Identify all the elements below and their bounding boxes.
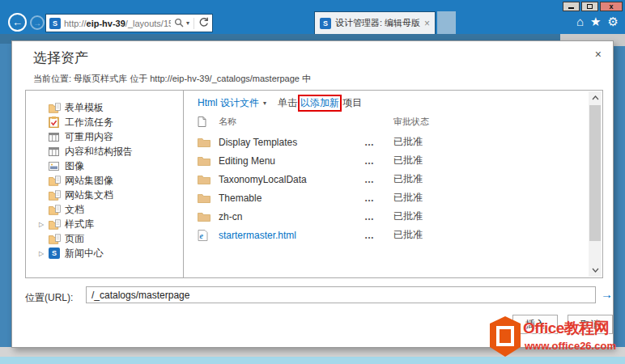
refresh-icon[interactable] bbox=[198, 16, 209, 31]
tree-item-form-templates[interactable]: 表单模板 bbox=[26, 100, 183, 115]
tree-item-content-structure-reports[interactable]: 内容和结构报告 bbox=[26, 144, 183, 159]
close-icon: x bbox=[609, 3, 613, 11]
ellipsis-menu-button[interactable]: … bbox=[364, 174, 393, 185]
minimize-button[interactable] bbox=[563, 2, 580, 11]
scroll-up-button[interactable] bbox=[589, 91, 602, 104]
minimize-icon bbox=[568, 7, 574, 9]
ellipsis-menu-button[interactable]: … bbox=[364, 137, 393, 148]
maximize-button[interactable] bbox=[581, 2, 598, 11]
file-name[interactable]: zh-cn bbox=[219, 211, 364, 222]
sharepoint-icon: S bbox=[49, 18, 61, 29]
add-new-item-link[interactable]: 以添加新 bbox=[298, 95, 342, 112]
table-row[interactable]: Editing Menu … 已批准 bbox=[198, 151, 585, 170]
scroll-down-button[interactable] bbox=[589, 264, 602, 277]
tree-item-label: 网站集图像 bbox=[65, 174, 113, 188]
tree-item-style-library[interactable]: ▷ 样式库 bbox=[26, 217, 183, 231]
file-name[interactable]: Display Templates bbox=[219, 137, 364, 148]
html-file-icon: e bbox=[198, 230, 219, 241]
address-url[interactable]: http://eip-hv-39/_layouts/15/DesignMaste… bbox=[64, 19, 171, 28]
tab-design-manager[interactable]: S 设计管理器: 编辑母版页 × bbox=[314, 11, 436, 34]
tab-title: 设计管理器: 编辑母版页 bbox=[335, 17, 420, 29]
ellipsis-menu-button[interactable]: … bbox=[364, 155, 393, 167]
watermark-url: www.office26.com bbox=[525, 340, 616, 352]
folder-page-icon bbox=[49, 190, 62, 201]
file-list-pane: Html 设计文件 ▾ 单击 以添加新 项目 名称 审批状态 Display T… bbox=[185, 91, 602, 277]
back-button[interactable]: ← bbox=[8, 13, 27, 32]
address-bar[interactable]: S http://eip-hv-39/_layouts/15/DesignMas… bbox=[45, 14, 213, 32]
tab-close-icon[interactable]: × bbox=[424, 19, 430, 28]
dialog-title: 选择资产 bbox=[33, 49, 88, 67]
maximize-icon bbox=[587, 4, 593, 9]
name-column-header[interactable]: 名称 bbox=[219, 116, 364, 128]
file-name[interactable]: startermaster.html bbox=[219, 230, 364, 241]
image-icon bbox=[49, 162, 62, 171]
folder-icon bbox=[198, 212, 219, 222]
table-row[interactable]: Display Templates … 已批准 bbox=[198, 133, 585, 151]
ellipsis-menu-button[interactable]: … bbox=[364, 193, 393, 204]
tree-item-reusable-content[interactable]: 可重用内容 bbox=[26, 129, 183, 144]
approval-status: 已批准 bbox=[393, 191, 585, 205]
chevron-down-icon[interactable]: ▾ bbox=[186, 19, 189, 27]
tree-item-label: 工作流任务 bbox=[65, 116, 113, 129]
table-row[interactable]: e startermaster.html … 已批准 bbox=[198, 226, 585, 244]
scrollbar[interactable] bbox=[589, 91, 602, 277]
content-type-dropdown[interactable]: Html 设计文件 bbox=[198, 96, 259, 110]
new-tab-button[interactable] bbox=[437, 11, 456, 34]
status-column-header[interactable]: 审批状态 bbox=[393, 116, 585, 128]
table-row[interactable]: TaxonomyLocalData … 已批准 bbox=[198, 170, 585, 188]
search-icon[interactable] bbox=[174, 16, 184, 31]
table-header-row: 名称 审批状态 bbox=[198, 113, 585, 129]
tree-item-news-center[interactable]: ▷ S 新闻中心 bbox=[26, 246, 183, 260]
file-name[interactable]: TaxonomyLocalData bbox=[219, 174, 364, 185]
select-asset-dialog: × 选择资产 当前位置: 母版页样式库 位于 http://eip-hv-39/… bbox=[11, 40, 614, 348]
dialog-close-icon[interactable]: × bbox=[595, 48, 602, 61]
asset-picker-panel: 表单模板 工作流任务 可重用内容 内容和结构报告 图像 bbox=[25, 90, 603, 278]
sharepoint-icon: S bbox=[320, 18, 331, 29]
tree-item-label: 样式库 bbox=[65, 218, 94, 231]
library-tree: 表单模板 工作流任务 可重用内容 内容和结构报告 图像 bbox=[26, 91, 184, 277]
office-logo-icon bbox=[487, 315, 523, 362]
file-name[interactable]: Themable bbox=[219, 193, 364, 204]
document-icon bbox=[198, 116, 219, 127]
favorites-star-icon[interactable]: ★ bbox=[590, 15, 601, 28]
list-toolbar: Html 设计文件 ▾ 单击 以添加新 项目 bbox=[198, 95, 362, 112]
tree-item-site-collection-images[interactable]: 网站集图像 bbox=[26, 173, 183, 188]
ellipsis-menu-button[interactable]: … bbox=[364, 211, 393, 222]
close-window-button[interactable]: x bbox=[600, 2, 623, 11]
browser-action-icons: ⌂ ★ ⚙ bbox=[576, 15, 619, 28]
tree-item-site-collection-documents[interactable]: 网站集文档 bbox=[26, 188, 183, 202]
chevron-right-icon[interactable]: ▷ bbox=[39, 250, 49, 257]
table-row[interactable]: Themable … 已批准 bbox=[198, 188, 585, 207]
forward-button[interactable]: → bbox=[30, 15, 45, 30]
tree-item-images[interactable]: 图像 bbox=[26, 159, 183, 173]
file-table: 名称 审批状态 Display Templates … 已批准 Editing … bbox=[198, 113, 585, 244]
add-item-text: 项目 bbox=[342, 96, 362, 110]
approval-status: 已批准 bbox=[393, 228, 585, 242]
table-icon bbox=[49, 133, 62, 142]
ellipsis-menu-button[interactable]: … bbox=[364, 230, 393, 241]
scrollbar-thumb[interactable] bbox=[589, 105, 601, 241]
tree-item-pages[interactable]: 页面 bbox=[26, 231, 183, 246]
home-icon[interactable]: ⌂ bbox=[576, 15, 584, 28]
tree-item-label: 可重用内容 bbox=[65, 130, 113, 144]
folder-icon bbox=[198, 193, 219, 203]
divider bbox=[193, 18, 194, 29]
folder-page-icon bbox=[49, 205, 62, 215]
go-arrow-button[interactable]: → bbox=[601, 287, 613, 301]
table-row[interactable]: zh-cn … 已批准 bbox=[198, 207, 585, 226]
tree-item-label: 图像 bbox=[65, 159, 84, 173]
tree-item-documents[interactable]: 文档 bbox=[26, 202, 183, 217]
tree-item-label: 文档 bbox=[65, 203, 84, 217]
chevron-right-icon[interactable]: ▷ bbox=[39, 221, 49, 228]
tree-item-label: 新闻中心 bbox=[65, 247, 104, 260]
approval-status: 已批准 bbox=[393, 154, 585, 167]
browser-chrome: x ← → S http://eip-hv-39/_layouts/15/Des… bbox=[0, 0, 625, 34]
tree-item-workflow-tasks[interactable]: 工作流任务 bbox=[26, 115, 183, 129]
chevron-down-icon[interactable]: ▾ bbox=[263, 99, 266, 107]
file-name[interactable]: Editing Menu bbox=[219, 155, 364, 167]
folder-page-icon bbox=[49, 176, 62, 186]
gear-icon[interactable]: ⚙ bbox=[608, 15, 619, 28]
url-input[interactable] bbox=[86, 286, 596, 303]
folder-icon bbox=[198, 175, 219, 184]
tree-item-label: 网站集文档 bbox=[65, 188, 113, 202]
